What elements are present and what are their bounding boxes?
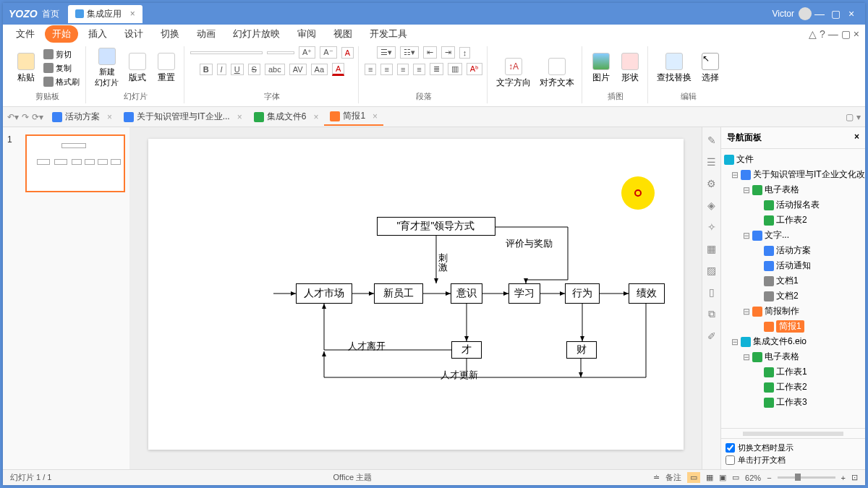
copy-icon[interactable]: ⧉ xyxy=(708,308,715,320)
copy-button[interactable]: 复制 xyxy=(42,62,81,74)
brush-icon[interactable]: ✐ xyxy=(707,330,716,342)
menu-review[interactable]: 审阅 xyxy=(290,25,323,43)
menu-start[interactable]: 开始 xyxy=(45,25,78,43)
nav-root[interactable]: 文件 xyxy=(721,152,865,167)
menu-view[interactable]: 视图 xyxy=(326,25,359,43)
shrink-font-button[interactable]: A⁻ xyxy=(320,46,336,59)
compass-icon[interactable]: ✧ xyxy=(707,221,716,233)
menu-animation[interactable]: 动画 xyxy=(190,25,223,43)
menu-slideshow[interactable]: 幻灯片放映 xyxy=(226,25,287,43)
spacing-button[interactable]: AV xyxy=(289,64,307,75)
doctab[interactable]: 简报1× xyxy=(324,108,383,126)
pencil-icon[interactable]: ✎ xyxy=(707,134,716,146)
min-ribbon-icon[interactable]: — xyxy=(828,28,838,40)
grow-font-button[interactable]: A⁺ xyxy=(299,46,315,59)
new-slide-button[interactable]: 新建 幻灯片 xyxy=(92,46,122,90)
close-tab-icon[interactable]: × xyxy=(130,9,135,19)
format-painter-button[interactable]: 格式刷 xyxy=(42,76,81,88)
cut-button[interactable]: 剪切 xyxy=(42,48,81,61)
menu-file[interactable]: 文件 xyxy=(9,25,42,43)
slide-canvas[interactable]: "育才型"领导方式 人才市场 新员工 意识 学习 行为 绩效 才 财 评价与奖励… xyxy=(129,127,702,469)
bold-button[interactable]: B xyxy=(200,64,213,75)
close-button[interactable]: × xyxy=(843,8,859,20)
nav-scrollbar[interactable] xyxy=(743,432,843,436)
justify-button[interactable]: ≡ xyxy=(413,64,425,75)
redo-button[interactable]: ↷ xyxy=(22,112,29,122)
nav-item[interactable]: 简报1 xyxy=(721,319,865,334)
slide-thumbnail[interactable] xyxy=(25,134,125,192)
nav-item[interactable]: 活动报名表 xyxy=(721,197,865,213)
nav-item[interactable]: 文档2 xyxy=(721,288,865,304)
clear-format-button[interactable]: A xyxy=(341,47,354,59)
close-doctab-icon[interactable]: × xyxy=(237,112,242,122)
page-icon[interactable]: ▯ xyxy=(709,286,715,298)
nav-item[interactable]: ⊟关于知识管理与IT企业文化改革 xyxy=(721,167,865,182)
undo-button[interactable]: ↶▾ xyxy=(7,112,19,122)
align-right-button[interactable]: ≡ xyxy=(397,64,409,75)
restore-icon[interactable]: ▢ xyxy=(841,28,851,40)
text-direction-button[interactable]: ↕A文字方向 xyxy=(493,56,534,90)
zoom-in-button[interactable]: + xyxy=(841,474,846,482)
menu-dev[interactable]: 开发工具 xyxy=(362,25,414,43)
shadow-button[interactable]: abc xyxy=(265,64,285,75)
nav-close-icon[interactable]: × xyxy=(854,132,859,144)
opt-click-open[interactable]: 单击打开文档 xyxy=(726,454,861,466)
close-doctab-icon[interactable]: × xyxy=(373,111,378,121)
nav-item[interactable]: ⊟电子表格 xyxy=(721,349,865,364)
line-spacing-button[interactable]: ↕ xyxy=(459,47,471,59)
status-notes[interactable]: 备注 xyxy=(665,472,681,483)
find-replace-button[interactable]: 查找替换 xyxy=(654,51,694,85)
case-button[interactable]: Aa xyxy=(311,64,328,75)
close-doctab-icon[interactable]: × xyxy=(313,112,318,122)
new-doctab-button[interactable]: ▢ xyxy=(846,112,854,122)
user-area[interactable]: Victor xyxy=(773,7,812,20)
numbering-button[interactable]: ☷▾ xyxy=(400,46,419,59)
indent-dec-button[interactable]: ⇤ xyxy=(423,46,437,59)
history-button[interactable]: ⟳▾ xyxy=(32,112,43,122)
opt-switch-display[interactable]: 切换文档时显示 xyxy=(726,442,861,454)
help-icon[interactable]: △ xyxy=(809,28,817,40)
doctab[interactable]: 集成文件6× xyxy=(248,108,325,126)
doctab[interactable]: 活动方案× xyxy=(46,108,118,126)
layout-button[interactable]: 版式 xyxy=(124,51,150,85)
view-reading-icon[interactable]: ▣ xyxy=(719,473,726,482)
indent-inc-button[interactable]: ⇥ xyxy=(441,46,455,59)
distribute-button[interactable]: ≣ xyxy=(430,63,443,75)
nav-item[interactable]: 工作表3 xyxy=(721,395,865,410)
view-slideshow-icon[interactable]: ▭ xyxy=(732,473,739,482)
nav-item[interactable]: ⊟集成文件6.eio xyxy=(721,334,865,349)
options-icon[interactable]: ? xyxy=(820,28,825,40)
close-doc-icon[interactable]: × xyxy=(854,28,859,40)
title-tab[interactable]: 集成应用 × xyxy=(68,5,142,23)
menu-design[interactable]: 设计 xyxy=(117,25,150,43)
minimize-button[interactable]: — xyxy=(812,8,827,20)
nav-item[interactable]: 文档1 xyxy=(721,273,865,288)
menu-insert[interactable]: 插入 xyxy=(81,25,114,43)
italic-button[interactable]: I xyxy=(217,64,226,75)
close-doctab-icon[interactable]: × xyxy=(107,112,112,122)
font-size-select[interactable] xyxy=(267,51,294,54)
nav-item[interactable]: ⊟简报制作 xyxy=(721,304,865,319)
nav-icon[interactable]: ◈ xyxy=(707,200,715,211)
nav-tree[interactable]: 文件⊟关于知识管理与IT企业文化改革⊟电子表格活动报名表工作表2⊟文字...活动… xyxy=(721,149,865,428)
reset-button[interactable]: 重置 xyxy=(153,51,179,85)
doctab-menu-button[interactable]: ▾ xyxy=(856,112,861,122)
image-icon[interactable]: ▨ xyxy=(707,265,716,276)
nav-item[interactable]: 活动通知 xyxy=(721,258,865,273)
menu-transition[interactable]: 切换 xyxy=(153,25,187,43)
list-icon[interactable]: ☰ xyxy=(707,156,716,168)
fit-button[interactable]: ⊡ xyxy=(851,473,858,482)
settings-icon[interactable]: ⚙ xyxy=(707,178,716,189)
nav-item[interactable]: 工作表2 xyxy=(721,213,865,228)
columns-button[interactable]: ▥ xyxy=(448,63,462,75)
nav-item[interactable]: 活动方案 xyxy=(721,243,865,258)
grid-icon[interactable]: ▦ xyxy=(707,243,716,254)
highlight-button[interactable]: Aᵇ xyxy=(467,63,482,75)
nav-item[interactable]: ⊟电子表格 xyxy=(721,182,865,197)
maximize-button[interactable]: ▢ xyxy=(827,8,843,20)
home-link[interactable]: 首页 xyxy=(42,8,59,20)
align-center-button[interactable]: ≡ xyxy=(380,64,392,75)
font-color-button[interactable]: A xyxy=(332,63,344,76)
view-normal-icon[interactable]: ▭ xyxy=(687,472,700,483)
paste-button[interactable]: 粘贴 xyxy=(13,51,39,85)
